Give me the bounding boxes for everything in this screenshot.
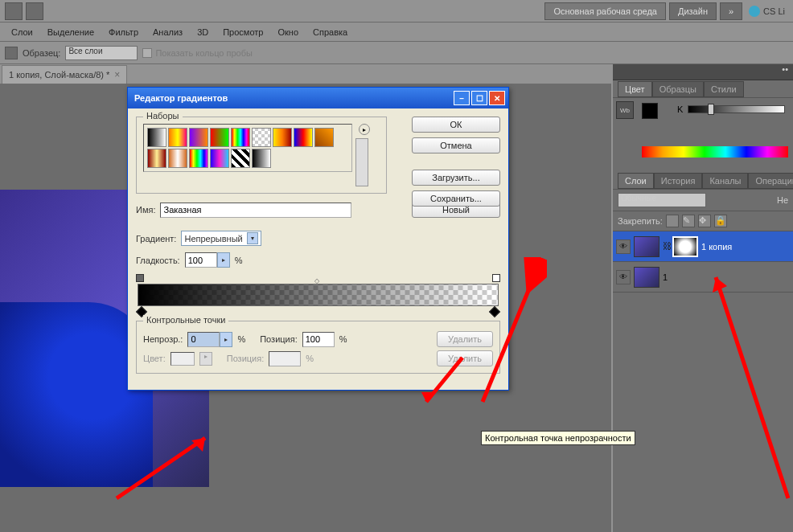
pct-label: % <box>306 354 314 363</box>
visibility-toggle[interactable]: 👁 <box>616 239 631 254</box>
right-panel-dock: •• Цвет Образцы Стили Wb K Слои История … <box>613 64 793 532</box>
menu-analysis[interactable]: Анализ <box>146 25 189 39</box>
link-icon: ⛓ <box>663 241 669 252</box>
lock-pixels-button[interactable] <box>666 215 679 227</box>
menu-filter[interactable]: Фильтр <box>102 25 145 39</box>
close-icon[interactable]: × <box>114 69 120 80</box>
close-button[interactable]: ✕ <box>489 91 505 105</box>
lock-move-button[interactable]: ✥ <box>698 215 711 227</box>
tab-styles[interactable]: Стили <box>704 81 744 97</box>
preset-swatch[interactable] <box>147 149 166 168</box>
menu-view[interactable]: Просмотр <box>216 25 269 39</box>
layer-name[interactable]: 1 <box>663 272 790 282</box>
color-ramp[interactable] <box>642 146 788 158</box>
menu-help[interactable]: Справка <box>306 25 354 39</box>
document-tab[interactable]: 1 копия, Слой-маска/8) * × <box>2 65 127 84</box>
selection-tool-icon[interactable] <box>26 2 43 20</box>
eyedropper-icon <box>5 47 18 59</box>
menu-layers[interactable]: Слои <box>5 25 39 39</box>
tab-actions[interactable]: Операции <box>748 173 793 189</box>
preset-swatch[interactable] <box>231 128 250 147</box>
preset-swatch[interactable] <box>147 128 166 147</box>
preset-swatch[interactable] <box>189 149 208 168</box>
tool-icon[interactable] <box>5 2 23 20</box>
cancel-button[interactable]: Отмена <box>412 137 500 153</box>
preset-swatch[interactable] <box>252 149 271 168</box>
foreground-swatch[interactable] <box>642 103 658 119</box>
ok-button[interactable]: ОК <box>412 117 500 133</box>
preset-swatch[interactable] <box>168 128 187 147</box>
tooltip: Контрольная точка непрозрачности <box>481 431 635 445</box>
k-slider[interactable] <box>688 105 785 113</box>
delete-opacity-stop-button[interactable]: Удалить <box>437 331 493 347</box>
cs-live-icon <box>749 6 760 17</box>
tab-history[interactable]: История <box>654 173 703 189</box>
gradient-type-select[interactable]: Непрерывный ▾ <box>181 231 261 246</box>
chevron-down-icon: ▾ <box>247 232 258 244</box>
show-ring-checkbox[interactable]: Показать кольцо пробы <box>142 48 253 58</box>
opacity-field[interactable] <box>187 332 220 347</box>
dialog-titlebar[interactable]: Редактор градиентов – ☐ ✕ <box>128 88 508 108</box>
chevron-right-icon[interactable]: ▸ <box>217 252 230 268</box>
sample-label: Образец: <box>23 48 60 58</box>
menu-window[interactable]: Окно <box>271 25 305 39</box>
sample-select[interactable]: Все слои <box>65 46 138 60</box>
preset-swatch[interactable] <box>252 128 271 147</box>
wb-collapsed-icon[interactable]: Wb <box>616 101 634 119</box>
preset-swatch[interactable] <box>210 149 229 168</box>
preset-swatch[interactable] <box>231 149 250 168</box>
menu-3d[interactable]: 3D <box>191 25 215 39</box>
opacity-stop-right[interactable] <box>492 274 500 282</box>
preset-swatch[interactable] <box>189 128 208 147</box>
save-button[interactable]: Сохранить... <box>412 190 500 207</box>
color-stop-right[interactable] <box>489 306 500 317</box>
layer-name[interactable]: 1 копия <box>701 242 790 252</box>
workspace-more-button[interactable]: » <box>720 2 742 20</box>
layer-thumbnail[interactable] <box>634 267 659 288</box>
midpoint-icon[interactable]: ◇ <box>314 277 319 284</box>
menu-bar: Слои Выделение Фильтр Анализ 3D Просмотр… <box>0 23 793 42</box>
preset-swatch[interactable] <box>168 149 187 168</box>
workspace-design-button[interactable]: Дизайн <box>669 2 717 20</box>
preset-swatch[interactable] <box>314 128 334 147</box>
gradient-preview <box>138 284 499 306</box>
lock-all-button[interactable]: 🔒 <box>714 215 727 227</box>
load-button[interactable]: Загрузить... <box>412 170 500 186</box>
fg-bg-swatch[interactable] <box>642 103 666 127</box>
tab-color[interactable]: Цвет <box>618 81 652 97</box>
layer-thumbnail[interactable] <box>634 236 659 257</box>
slider-thumb-icon[interactable] <box>708 104 714 115</box>
cs-live-label: CS Li <box>763 6 785 16</box>
chevron-right-icon[interactable]: ▸ <box>220 332 232 347</box>
preset-menu-button[interactable]: ▸ <box>359 124 370 135</box>
minimize-button[interactable]: – <box>454 91 470 105</box>
blend-mode-select[interactable]: Обычные <box>618 193 706 207</box>
gradient-name-input[interactable] <box>160 203 351 218</box>
lock-position-button[interactable]: ✎ <box>682 215 695 227</box>
workspace-essentials-button[interactable]: Основная рабочая среда <box>544 2 666 20</box>
layer-row[interactable]: 👁 ⛓ 1 копия <box>613 231 793 262</box>
panel-collapse-bar[interactable]: •• <box>613 64 793 80</box>
tab-swatches[interactable]: Образцы <box>652 81 704 97</box>
opacity-input[interactable]: ▸ <box>187 332 232 347</box>
maximize-button[interactable]: ☐ <box>471 91 487 105</box>
checkbox-icon <box>142 48 152 58</box>
gradient-strip[interactable]: ◇ <box>138 284 499 306</box>
position-input[interactable] <box>302 332 335 347</box>
mask-thumbnail[interactable] <box>672 236 698 257</box>
preset-swatch[interactable] <box>210 128 229 147</box>
preset-scrollbar[interactable] <box>355 138 368 186</box>
opacity-stop-left[interactable] <box>136 274 144 282</box>
document-tab-title: 1 копия, Слой-маска/8) * <box>9 70 109 80</box>
tab-layers[interactable]: Слои <box>618 173 654 189</box>
smoothness-input[interactable]: ▸ <box>185 252 230 268</box>
preset-swatch[interactable] <box>273 128 292 147</box>
layer-row[interactable]: 👁 1 <box>613 262 793 293</box>
visibility-toggle[interactable]: 👁 <box>616 270 631 284</box>
tab-channels[interactable]: Каналы <box>702 173 748 189</box>
smoothness-field[interactable] <box>185 252 217 268</box>
gradient-type-value: Непрерывный <box>184 234 242 243</box>
cs-live-button[interactable]: CS Li <box>746 2 788 20</box>
preset-swatch[interactable] <box>294 128 313 147</box>
menu-select[interactable]: Выделение <box>41 25 101 39</box>
